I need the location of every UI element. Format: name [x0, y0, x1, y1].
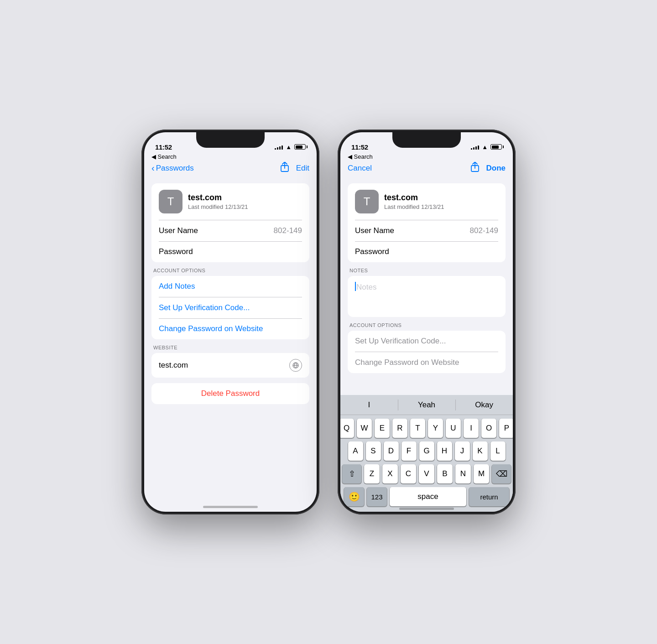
- key-j[interactable]: J: [455, 441, 470, 461]
- suggestion-i[interactable]: I: [340, 395, 398, 415]
- account-options-card-left: Add Notes Set Up Verification Code... Ch…: [151, 276, 309, 339]
- space-key[interactable]: space: [390, 487, 466, 506]
- key-i[interactable]: I: [464, 419, 479, 438]
- account-options-label-right: ACCOUNT OPTIONS: [348, 322, 506, 328]
- key-g[interactable]: G: [419, 441, 434, 461]
- key-b[interactable]: B: [437, 464, 453, 483]
- key-o[interactable]: O: [481, 419, 496, 438]
- password-label-right: Password: [355, 247, 410, 256]
- key-k[interactable]: K: [473, 441, 488, 461]
- signal-icon-left: [275, 144, 283, 150]
- keyboard-suggestions: I Yeah Okay: [340, 395, 513, 415]
- delete-card-left: Delete Password: [151, 383, 309, 404]
- change-password-button-right[interactable]: Change Password on Website: [348, 352, 506, 373]
- suggestion-okay[interactable]: Okay: [455, 395, 513, 415]
- key-row-3: ⇧ Z X C V B N M ⌫: [342, 464, 511, 483]
- add-notes-label: Add Notes: [159, 282, 195, 291]
- site-modified-right: Last modified 12/13/21: [384, 203, 498, 210]
- key-f[interactable]: F: [402, 441, 417, 461]
- site-name-right: test.com: [384, 193, 498, 203]
- site-name-left: test.com: [188, 193, 302, 203]
- key-v[interactable]: V: [419, 464, 434, 483]
- key-w[interactable]: W: [357, 419, 372, 438]
- left-phone: 11:52 ▲ ◀ Search: [141, 130, 319, 514]
- screen-content-left: T test.com Last modified 12/13/21 User N…: [144, 178, 317, 512]
- key-z[interactable]: Z: [364, 464, 380, 483]
- site-modified-left: Last modified 12/13/21: [188, 203, 302, 210]
- username-row-left[interactable]: User Name 802-149: [151, 220, 309, 241]
- key-y[interactable]: Y: [428, 419, 443, 438]
- back-button-left[interactable]: ‹ Passwords: [151, 164, 194, 173]
- back-label-left: Passwords: [156, 164, 194, 173]
- notes-card-right: Notes: [348, 276, 506, 317]
- account-options-label-left: ACCOUNT OPTIONS: [151, 268, 309, 273]
- password-row-left[interactable]: Password: [151, 241, 309, 262]
- notes-label-right: NOTES: [348, 268, 506, 273]
- share-icon-right[interactable]: [471, 162, 479, 174]
- edit-button-left[interactable]: Edit: [296, 164, 309, 173]
- site-header-right: T test.com Last modified 12/13/21: [348, 183, 506, 220]
- link-icon-left: [289, 359, 302, 372]
- key-t[interactable]: T: [410, 419, 425, 438]
- website-card-left: test.com: [151, 353, 309, 378]
- key-s[interactable]: S: [366, 441, 381, 461]
- site-info-left: test.com Last modified 12/13/21: [188, 193, 302, 210]
- nav-bar-left: ‹ Passwords Edit: [144, 160, 317, 178]
- right-phone: 11:52 ▲ ◀ Search: [338, 130, 516, 514]
- verification-code-button-left[interactable]: Set Up Verification Code...: [151, 297, 309, 318]
- numbers-key[interactable]: 123: [367, 487, 387, 506]
- notes-placeholder: Notes: [356, 283, 376, 291]
- key-a[interactable]: A: [348, 441, 363, 461]
- battery-icon-right: [490, 144, 502, 150]
- site-section-right: T test.com Last modified 12/13/21 User N…: [348, 183, 506, 262]
- suggestion-yeah[interactable]: Yeah: [398, 395, 455, 415]
- key-e[interactable]: E: [375, 419, 390, 438]
- account-options-section-left: ACCOUNT OPTIONS Add Notes Set Up Verific…: [151, 268, 309, 339]
- add-notes-button-left[interactable]: Add Notes: [151, 276, 309, 297]
- key-c[interactable]: C: [401, 464, 416, 483]
- key-r[interactable]: R: [392, 419, 407, 438]
- verification-code-button-right[interactable]: Set Up Verification Code...: [348, 331, 506, 352]
- key-row-1: Q W E R T Y U I O P: [342, 419, 511, 438]
- key-u[interactable]: U: [446, 419, 461, 438]
- notes-input-area[interactable]: Notes: [348, 276, 506, 317]
- cancel-button-right[interactable]: Cancel: [348, 164, 372, 173]
- shift-key[interactable]: ⇧: [342, 464, 361, 483]
- home-indicator-right: [399, 508, 454, 510]
- key-n[interactable]: N: [455, 464, 471, 483]
- text-cursor: [355, 282, 356, 291]
- delete-section-left: Delete Password: [151, 383, 309, 404]
- key-d[interactable]: D: [384, 441, 399, 461]
- wifi-icon-right: ▲: [482, 144, 488, 151]
- home-indicator-left: [203, 506, 258, 508]
- return-key[interactable]: return: [469, 487, 509, 506]
- notes-section-right: NOTES Notes: [348, 268, 506, 317]
- key-l[interactable]: L: [490, 441, 506, 461]
- time-left: 11:52: [155, 143, 172, 151]
- key-x[interactable]: X: [382, 464, 398, 483]
- username-row-right[interactable]: User Name 802-149: [348, 220, 506, 241]
- key-row-2: A S D F G H J K L: [342, 441, 511, 461]
- key-m[interactable]: M: [474, 464, 489, 483]
- status-icons-left: ▲: [275, 144, 306, 151]
- website-input-left[interactable]: test.com: [159, 361, 286, 370]
- key-h[interactable]: H: [437, 441, 452, 461]
- change-password-button-left[interactable]: Change Password on Website: [151, 318, 309, 339]
- site-info-right: test.com Last modified 12/13/21: [384, 193, 498, 210]
- delete-key[interactable]: ⌫: [492, 464, 511, 483]
- keyboard-rows: Q W E R T Y U I O P A S: [340, 415, 513, 512]
- wifi-icon-left: ▲: [286, 144, 292, 151]
- screen-content-right: T test.com Last modified 12/13/21 User N…: [340, 178, 513, 431]
- key-p[interactable]: P: [499, 419, 513, 438]
- emoji-key[interactable]: 🙂: [344, 487, 364, 506]
- delete-button-left[interactable]: Delete Password: [201, 389, 260, 398]
- change-password-label-right: Change Password on Website: [355, 358, 459, 367]
- website-label-left: WEBSITE: [151, 345, 309, 350]
- keyboard-bottom-row: 🙂 123 space return: [342, 487, 511, 510]
- done-button-right[interactable]: Done: [486, 164, 506, 173]
- website-row-left[interactable]: test.com: [151, 353, 309, 378]
- password-row-right[interactable]: Password: [348, 241, 506, 262]
- share-icon-left[interactable]: [281, 162, 289, 174]
- username-label-left: User Name: [159, 226, 214, 235]
- key-q[interactable]: Q: [340, 419, 354, 438]
